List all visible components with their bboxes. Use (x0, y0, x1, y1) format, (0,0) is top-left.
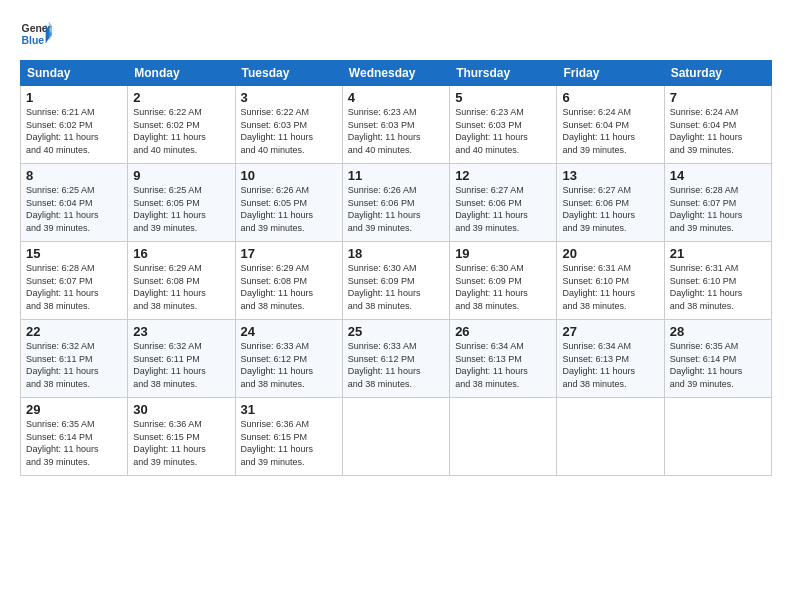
cell-info: Sunrise: 6:22 AMSunset: 6:03 PMDaylight:… (241, 106, 337, 156)
calendar-cell: 24Sunrise: 6:33 AMSunset: 6:12 PMDayligh… (235, 320, 342, 398)
calendar-cell: 8Sunrise: 6:25 AMSunset: 6:04 PMDaylight… (21, 164, 128, 242)
calendar-cell (450, 398, 557, 476)
cell-info: Sunrise: 6:31 AMSunset: 6:10 PMDaylight:… (670, 262, 766, 312)
calendar-cell: 27Sunrise: 6:34 AMSunset: 6:13 PMDayligh… (557, 320, 664, 398)
day-number: 11 (348, 168, 444, 183)
calendar-week-row: 29Sunrise: 6:35 AMSunset: 6:14 PMDayligh… (21, 398, 772, 476)
day-number: 8 (26, 168, 122, 183)
day-number: 26 (455, 324, 551, 339)
calendar-cell: 22Sunrise: 6:32 AMSunset: 6:11 PMDayligh… (21, 320, 128, 398)
logo-icon: General Blue (20, 18, 52, 50)
day-number: 7 (670, 90, 766, 105)
calendar-cell: 10Sunrise: 6:26 AMSunset: 6:05 PMDayligh… (235, 164, 342, 242)
cell-info: Sunrise: 6:36 AMSunset: 6:15 PMDaylight:… (241, 418, 337, 468)
calendar-cell: 11Sunrise: 6:26 AMSunset: 6:06 PMDayligh… (342, 164, 449, 242)
day-number: 19 (455, 246, 551, 261)
calendar-cell: 17Sunrise: 6:29 AMSunset: 6:08 PMDayligh… (235, 242, 342, 320)
cell-info: Sunrise: 6:24 AMSunset: 6:04 PMDaylight:… (670, 106, 766, 156)
day-number: 2 (133, 90, 229, 105)
page: General Blue SundayMondayTuesdayWednesda… (0, 0, 792, 612)
cell-info: Sunrise: 6:29 AMSunset: 6:08 PMDaylight:… (133, 262, 229, 312)
calendar-cell: 12Sunrise: 6:27 AMSunset: 6:06 PMDayligh… (450, 164, 557, 242)
calendar-header-sunday: Sunday (21, 61, 128, 86)
calendar-cell: 18Sunrise: 6:30 AMSunset: 6:09 PMDayligh… (342, 242, 449, 320)
cell-info: Sunrise: 6:23 AMSunset: 6:03 PMDaylight:… (455, 106, 551, 156)
calendar-cell: 25Sunrise: 6:33 AMSunset: 6:12 PMDayligh… (342, 320, 449, 398)
calendar-header-monday: Monday (128, 61, 235, 86)
day-number: 15 (26, 246, 122, 261)
day-number: 27 (562, 324, 658, 339)
calendar-week-row: 1Sunrise: 6:21 AMSunset: 6:02 PMDaylight… (21, 86, 772, 164)
cell-info: Sunrise: 6:32 AMSunset: 6:11 PMDaylight:… (26, 340, 122, 390)
cell-info: Sunrise: 6:27 AMSunset: 6:06 PMDaylight:… (455, 184, 551, 234)
day-number: 30 (133, 402, 229, 417)
day-number: 28 (670, 324, 766, 339)
cell-info: Sunrise: 6:31 AMSunset: 6:10 PMDaylight:… (562, 262, 658, 312)
calendar-cell: 6Sunrise: 6:24 AMSunset: 6:04 PMDaylight… (557, 86, 664, 164)
calendar-cell: 5Sunrise: 6:23 AMSunset: 6:03 PMDaylight… (450, 86, 557, 164)
day-number: 20 (562, 246, 658, 261)
cell-info: Sunrise: 6:25 AMSunset: 6:04 PMDaylight:… (26, 184, 122, 234)
calendar-cell: 15Sunrise: 6:28 AMSunset: 6:07 PMDayligh… (21, 242, 128, 320)
calendar-cell (342, 398, 449, 476)
cell-info: Sunrise: 6:32 AMSunset: 6:11 PMDaylight:… (133, 340, 229, 390)
svg-text:Blue: Blue (22, 35, 45, 46)
day-number: 22 (26, 324, 122, 339)
calendar-header-row: SundayMondayTuesdayWednesdayThursdayFrid… (21, 61, 772, 86)
cell-info: Sunrise: 6:30 AMSunset: 6:09 PMDaylight:… (348, 262, 444, 312)
cell-info: Sunrise: 6:23 AMSunset: 6:03 PMDaylight:… (348, 106, 444, 156)
calendar-cell: 7Sunrise: 6:24 AMSunset: 6:04 PMDaylight… (664, 86, 771, 164)
calendar-cell: 13Sunrise: 6:27 AMSunset: 6:06 PMDayligh… (557, 164, 664, 242)
cell-info: Sunrise: 6:29 AMSunset: 6:08 PMDaylight:… (241, 262, 337, 312)
day-number: 24 (241, 324, 337, 339)
calendar-cell: 1Sunrise: 6:21 AMSunset: 6:02 PMDaylight… (21, 86, 128, 164)
day-number: 25 (348, 324, 444, 339)
cell-info: Sunrise: 6:21 AMSunset: 6:02 PMDaylight:… (26, 106, 122, 156)
calendar-header-saturday: Saturday (664, 61, 771, 86)
day-number: 3 (241, 90, 337, 105)
calendar-week-row: 15Sunrise: 6:28 AMSunset: 6:07 PMDayligh… (21, 242, 772, 320)
day-number: 10 (241, 168, 337, 183)
calendar-cell: 23Sunrise: 6:32 AMSunset: 6:11 PMDayligh… (128, 320, 235, 398)
day-number: 18 (348, 246, 444, 261)
calendar-cell (557, 398, 664, 476)
calendar-cell: 21Sunrise: 6:31 AMSunset: 6:10 PMDayligh… (664, 242, 771, 320)
day-number: 17 (241, 246, 337, 261)
day-number: 1 (26, 90, 122, 105)
cell-info: Sunrise: 6:26 AMSunset: 6:06 PMDaylight:… (348, 184, 444, 234)
day-number: 5 (455, 90, 551, 105)
day-number: 16 (133, 246, 229, 261)
calendar-cell: 16Sunrise: 6:29 AMSunset: 6:08 PMDayligh… (128, 242, 235, 320)
calendar-header-tuesday: Tuesday (235, 61, 342, 86)
day-number: 23 (133, 324, 229, 339)
cell-info: Sunrise: 6:33 AMSunset: 6:12 PMDaylight:… (241, 340, 337, 390)
cell-info: Sunrise: 6:36 AMSunset: 6:15 PMDaylight:… (133, 418, 229, 468)
header: General Blue (20, 18, 772, 50)
cell-info: Sunrise: 6:25 AMSunset: 6:05 PMDaylight:… (133, 184, 229, 234)
calendar-cell: 26Sunrise: 6:34 AMSunset: 6:13 PMDayligh… (450, 320, 557, 398)
cell-info: Sunrise: 6:22 AMSunset: 6:02 PMDaylight:… (133, 106, 229, 156)
day-number: 31 (241, 402, 337, 417)
calendar-cell: 2Sunrise: 6:22 AMSunset: 6:02 PMDaylight… (128, 86, 235, 164)
calendar-header-wednesday: Wednesday (342, 61, 449, 86)
cell-info: Sunrise: 6:26 AMSunset: 6:05 PMDaylight:… (241, 184, 337, 234)
cell-info: Sunrise: 6:27 AMSunset: 6:06 PMDaylight:… (562, 184, 658, 234)
cell-info: Sunrise: 6:34 AMSunset: 6:13 PMDaylight:… (455, 340, 551, 390)
calendar-week-row: 8Sunrise: 6:25 AMSunset: 6:04 PMDaylight… (21, 164, 772, 242)
cell-info: Sunrise: 6:35 AMSunset: 6:14 PMDaylight:… (670, 340, 766, 390)
calendar-cell: 29Sunrise: 6:35 AMSunset: 6:14 PMDayligh… (21, 398, 128, 476)
calendar-cell: 14Sunrise: 6:28 AMSunset: 6:07 PMDayligh… (664, 164, 771, 242)
cell-info: Sunrise: 6:28 AMSunset: 6:07 PMDaylight:… (670, 184, 766, 234)
calendar-cell: 4Sunrise: 6:23 AMSunset: 6:03 PMDaylight… (342, 86, 449, 164)
calendar-cell: 20Sunrise: 6:31 AMSunset: 6:10 PMDayligh… (557, 242, 664, 320)
calendar-cell: 31Sunrise: 6:36 AMSunset: 6:15 PMDayligh… (235, 398, 342, 476)
day-number: 12 (455, 168, 551, 183)
cell-info: Sunrise: 6:28 AMSunset: 6:07 PMDaylight:… (26, 262, 122, 312)
day-number: 13 (562, 168, 658, 183)
calendar-cell: 19Sunrise: 6:30 AMSunset: 6:09 PMDayligh… (450, 242, 557, 320)
calendar-cell: 30Sunrise: 6:36 AMSunset: 6:15 PMDayligh… (128, 398, 235, 476)
cell-info: Sunrise: 6:35 AMSunset: 6:14 PMDaylight:… (26, 418, 122, 468)
day-number: 4 (348, 90, 444, 105)
logo: General Blue (20, 18, 52, 50)
cell-info: Sunrise: 6:24 AMSunset: 6:04 PMDaylight:… (562, 106, 658, 156)
